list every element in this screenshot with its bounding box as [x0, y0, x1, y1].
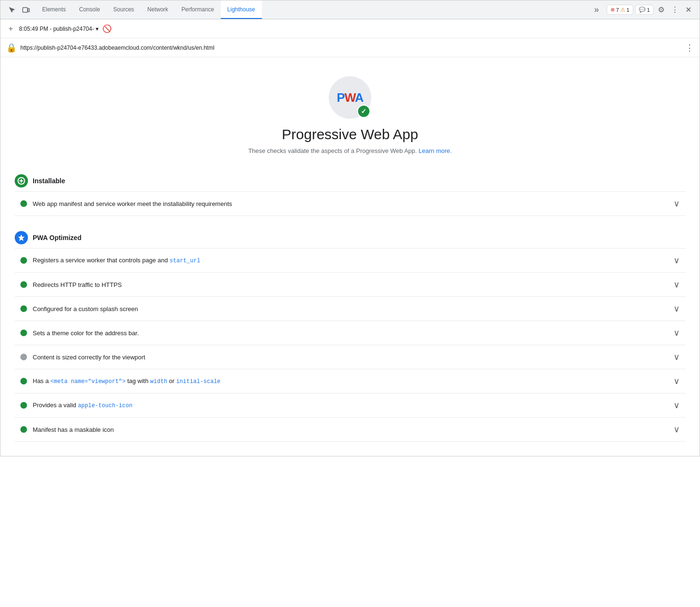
pwa-optimized-icon — [15, 231, 28, 244]
tab-network[interactable]: Network — [141, 0, 175, 19]
audit-text-pwa-8: Manifest has a maskable icon — [33, 426, 668, 433]
audit-pwa-1[interactable]: Registers a service worker that controls… — [15, 249, 685, 273]
audit-dot-green — [20, 426, 27, 433]
installable-section: Installable Web app manifest and service… — [15, 170, 685, 216]
chevron-down-icon: ∨ — [673, 304, 680, 314]
audit-pwa-7[interactable]: Provides a valid apple-touch-icon ∨ — [15, 393, 685, 418]
error-badge[interactable]: ⊗ 7 ⚠ 1 — [607, 5, 633, 15]
close-icon[interactable]: ✕ — [683, 3, 694, 17]
add-tab-icon[interactable]: + — [6, 22, 15, 36]
pwa-logo-text: PWA — [337, 90, 363, 105]
audit-text-pwa-6: Has a <meta name="viewport"> tag with wi… — [33, 377, 668, 385]
pwa-subtitle: These checks validate the aspects of a P… — [248, 147, 452, 154]
audit-text-pwa-1: Registers a service worker that controls… — [33, 257, 668, 264]
svg-marker-5 — [18, 234, 25, 241]
audit-dot-green — [20, 200, 27, 207]
pwa-optimized-header: PWA Optimized — [15, 227, 685, 249]
audit-text-pwa-2: Redirects HTTP traffic to HTTPS — [33, 281, 668, 288]
audit-pwa-2[interactable]: Redirects HTTP traffic to HTTPS ∨ — [15, 273, 685, 297]
tab-sources[interactable]: Sources — [107, 0, 141, 19]
chevron-down-icon: ∨ — [673, 376, 680, 386]
chevron-down-icon: ∨ — [673, 328, 680, 338]
audit-text-pwa-3: Configured for a custom splash screen — [33, 305, 668, 312]
svg-rect-1 — [28, 9, 29, 12]
no-session-icon: 🚫 — [102, 24, 112, 33]
audit-dot-green — [20, 378, 27, 384]
audit-installable-1[interactable]: Web app manifest and service worker meet… — [15, 192, 685, 216]
pwa-icon-wrapper: PWA — [329, 76, 371, 119]
chevron-down-icon: ∨ — [673, 400, 680, 411]
tab-bar: Elements Console Sources Network Perform… — [0, 0, 700, 19]
audit-dot-green — [20, 257, 27, 264]
tab-lighthouse[interactable]: Lighthouse — [221, 0, 262, 19]
chevron-down-icon: ∨ — [673, 279, 680, 290]
chevron-down-icon: ∨ — [673, 352, 680, 362]
audit-pwa-6[interactable]: Has a <meta name="viewport"> tag with wi… — [15, 369, 685, 393]
tab-list: Elements Console Sources Network Perform… — [36, 0, 591, 19]
initial-scale-code: initial-scale — [176, 378, 221, 385]
installable-header: Installable — [15, 170, 685, 192]
session-label: 8:05:49 PM - publish-p24704- ▾ — [19, 26, 99, 32]
audit-dot-gray — [20, 354, 27, 360]
audit-pwa-5[interactable]: Content is sized correctly for the viewp… — [15, 345, 685, 369]
meta-viewport-code: <meta name="viewport"> — [51, 378, 126, 385]
audit-dot-green — [20, 402, 27, 409]
audit-pwa-8[interactable]: Manifest has a maskable icon ∨ — [15, 418, 685, 442]
audit-text-pwa-7: Provides a valid apple-touch-icon — [33, 402, 668, 409]
apple-touch-icon-code: apple-touch-icon — [78, 402, 132, 409]
session-bar: + 8:05:49 PM - publish-p24704- ▾ 🚫 — [0, 19, 700, 38]
svg-rect-0 — [23, 8, 27, 12]
learn-more-link[interactable]: Learn more — [419, 147, 450, 154]
cursor-icon[interactable] — [6, 4, 18, 16]
tab-actions: ⊗ 7 ⚠ 1 💬 1 ⚙ ⋮ ✕ — [603, 0, 698, 19]
comment-icon: 💬 — [639, 7, 646, 13]
installable-title: Installable — [33, 177, 65, 185]
pwa-check-icon — [357, 105, 370, 118]
url-text: https://publish-p24704-e76433.adobeaemcl… — [20, 45, 682, 51]
url-bar: 🔒 https://publish-p24704-e76433.adobeaem… — [0, 38, 700, 57]
pwa-optimized-section: PWA Optimized Registers a service worker… — [15, 227, 685, 442]
tab-icons — [2, 0, 36, 19]
audit-pwa-3[interactable]: Configured for a custom splash screen ∨ — [15, 297, 685, 321]
start-url-code: start_url — [170, 258, 200, 264]
security-warning-icon: 🔒 — [6, 43, 17, 53]
info-badge[interactable]: 💬 1 — [635, 5, 654, 15]
installable-icon — [15, 174, 28, 187]
audit-text-pwa-4: Sets a theme color for the address bar. — [33, 330, 668, 337]
device-icon[interactable] — [20, 4, 32, 16]
devtools-panel: Elements Console Sources Network Perform… — [0, 0, 700, 456]
audit-dot-green — [20, 281, 27, 288]
audit-dot-green — [20, 330, 27, 336]
audit-text-pwa-5: Content is sized correctly for the viewp… — [33, 354, 668, 361]
audit-pwa-4[interactable]: Sets a theme color for the address bar. … — [15, 321, 685, 345]
chevron-down-icon: ∨ — [673, 255, 680, 266]
pwa-header: PWA Progressive Web App These checks val… — [15, 67, 685, 159]
warning-icon: ⚠ — [620, 7, 625, 13]
audit-text-installable-1: Web app manifest and service worker meet… — [33, 200, 668, 207]
tab-performance[interactable]: Performance — [175, 0, 221, 19]
pwa-optimized-title: PWA Optimized — [33, 234, 81, 241]
chevron-down-icon: ∨ — [673, 424, 680, 435]
lighthouse-content: PWA Progressive Web App These checks val… — [0, 57, 700, 456]
pwa-title: Progressive Web App — [282, 126, 418, 143]
tab-console[interactable]: Console — [72, 0, 107, 19]
kebab-menu-icon[interactable]: ⋮ — [669, 3, 681, 17]
error-icon: ⊗ — [610, 7, 615, 13]
url-more-icon[interactable]: ⋮ — [685, 43, 694, 53]
settings-icon[interactable]: ⚙ — [655, 3, 667, 17]
tab-elements[interactable]: Elements — [36, 0, 72, 19]
width-code: width — [150, 378, 167, 385]
chevron-down-icon: ∨ — [673, 198, 680, 209]
more-tabs-icon[interactable]: » — [591, 0, 603, 19]
audit-dot-green — [20, 305, 27, 312]
